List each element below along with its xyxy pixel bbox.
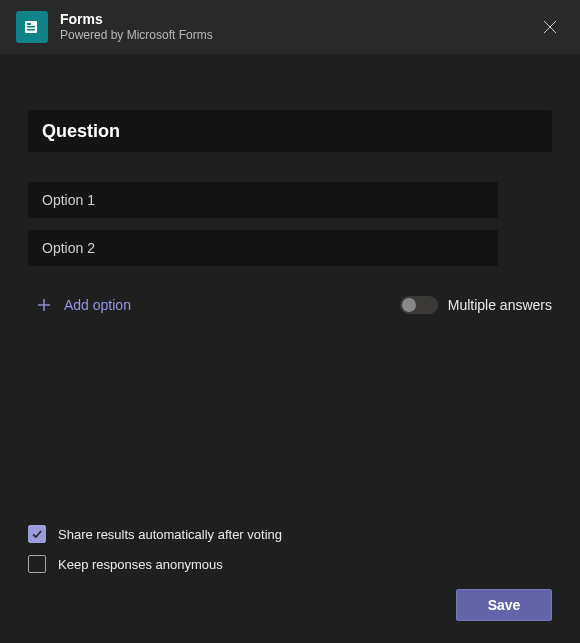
- forms-glyph-icon: [23, 18, 41, 36]
- share-results-row: Share results automatically after voting: [28, 525, 552, 543]
- share-results-label: Share results automatically after voting: [58, 527, 282, 542]
- toggle-knob: [402, 298, 416, 312]
- svg-rect-1: [27, 23, 31, 25]
- multiple-answers-control: Multiple answers: [400, 296, 552, 314]
- dialog-footer: Share results automatically after voting…: [0, 525, 580, 643]
- add-option-button[interactable]: Add option: [28, 297, 131, 313]
- app-title: Forms: [60, 11, 536, 28]
- svg-rect-2: [27, 26, 35, 28]
- multiple-answers-toggle[interactable]: [400, 296, 438, 314]
- dialog-header: Forms Powered by Microsoft Forms: [0, 0, 580, 54]
- plus-icon: [36, 297, 52, 313]
- dialog-body: Add option Multiple answers: [0, 54, 580, 525]
- forms-app-icon: [16, 11, 48, 43]
- close-icon: [543, 20, 557, 34]
- option-input[interactable]: [28, 182, 498, 218]
- checkmark-icon: [31, 528, 43, 540]
- anonymous-row: Keep responses anonymous: [28, 555, 552, 573]
- share-results-checkbox[interactable]: [28, 525, 46, 543]
- options-actions-row: Add option Multiple answers: [28, 296, 552, 314]
- button-row: Save: [28, 589, 552, 621]
- option-input[interactable]: [28, 230, 498, 266]
- save-button[interactable]: Save: [456, 589, 552, 621]
- anonymous-label: Keep responses anonymous: [58, 557, 223, 572]
- header-text: Forms Powered by Microsoft Forms: [60, 11, 536, 43]
- question-input[interactable]: [28, 110, 552, 152]
- app-subtitle: Powered by Microsoft Forms: [60, 28, 536, 44]
- close-button[interactable]: [536, 13, 564, 41]
- svg-rect-3: [27, 29, 35, 31]
- multiple-answers-label: Multiple answers: [448, 297, 552, 313]
- add-option-label: Add option: [64, 297, 131, 313]
- anonymous-checkbox[interactable]: [28, 555, 46, 573]
- options-list: [28, 182, 552, 278]
